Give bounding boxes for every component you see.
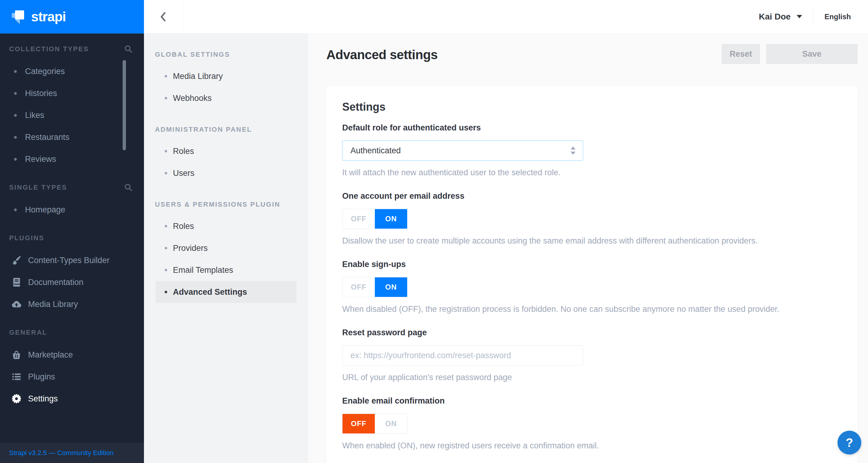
field-helper: URL of your application's reset password… (342, 373, 842, 382)
settings-item-webhooks[interactable]: Webhooks (156, 87, 297, 109)
enable-signups-toggle[interactable]: OFF ON (342, 277, 407, 297)
reset-button[interactable]: Reset (722, 44, 760, 64)
sidebar-item-homepage[interactable]: Homepage (0, 199, 144, 221)
subsection-administration-panel: ADMINISTRATION PANEL Roles Users (144, 125, 308, 184)
sidebar-item-documentation[interactable]: Documentation (0, 271, 144, 293)
header-actions: Reset Save (722, 44, 858, 64)
list-icon (10, 371, 23, 383)
field-one-account: One account per email address OFF ON Dis… (342, 191, 842, 246)
sidebar-item-marketplace[interactable]: Marketplace (0, 344, 144, 366)
section-label: GENERAL (9, 329, 47, 336)
settings-item-media-library[interactable]: Media Library (156, 65, 297, 87)
section-single-types: SINGLE TYPES Homepage (0, 183, 144, 221)
settings-card: Settings Default role for authenticated … (326, 87, 858, 463)
sidebar-scrollbar-thumb[interactable] (123, 60, 126, 150)
subsection-label: ADMINISTRATION PANEL (144, 125, 308, 134)
version-link[interactable]: Strapi v3.2.5 — Community Edition (9, 449, 114, 457)
bullet-icon (14, 158, 17, 161)
card-title: Settings (342, 101, 842, 113)
field-email-confirmation: Enable email confirmation OFF ON When en… (342, 396, 842, 451)
settings-item-admin-users[interactable]: Users (156, 162, 297, 184)
field-helper: Disallow the user to create multiple acc… (342, 236, 842, 246)
content-row: GLOBAL SETTINGS Media Library Webhooks A… (144, 34, 868, 463)
subsection-label: USERS & PERMISSIONS PLUGIN (144, 200, 308, 209)
basket-icon (10, 349, 23, 361)
topbar-divider (813, 10, 813, 23)
main-content: Advanced settings Reset Save Settings De… (308, 34, 868, 463)
brush-icon (10, 254, 23, 266)
field-enable-signups: Enable sign-ups OFF ON When disabled (OF… (342, 260, 842, 314)
toggle-on-option[interactable]: ON (375, 277, 407, 297)
toggle-on-option[interactable]: ON (375, 414, 407, 433)
field-default-role: Default role for authenticated users Aut… (342, 123, 842, 177)
bullet-icon (14, 136, 17, 139)
sidebar-item-media-library[interactable]: Media Library (0, 293, 144, 315)
subsection-users-permissions: USERS & PERMISSIONS PLUGIN Roles Provide… (144, 200, 308, 303)
right-region: Kai Doe English GLOBAL SETTINGS Media Li… (144, 0, 868, 463)
select-value: Authenticated (350, 146, 401, 156)
toggle-off-option[interactable]: OFF (342, 277, 375, 297)
main-sidebar: strapi COLLECTION TYPES Categories Histo… (0, 0, 144, 463)
subsection-global-settings: GLOBAL SETTINGS Media Library Webhooks (144, 50, 308, 109)
main-header: Advanced settings Reset Save (326, 44, 858, 64)
bullet-icon (165, 225, 167, 227)
strapi-admin-app: strapi COLLECTION TYPES Categories Histo… (0, 0, 868, 463)
section-general: GENERAL Marketplace (0, 328, 144, 410)
field-label: Reset password page (342, 328, 842, 337)
strapi-logo-icon (9, 8, 26, 25)
section-label: PLUGINS (9, 234, 44, 242)
bullet-icon (165, 75, 167, 77)
bullet-icon (165, 97, 167, 99)
logo-wordmark: strapi (31, 9, 66, 24)
default-role-select[interactable]: Authenticated (342, 140, 583, 161)
field-label: One account per email address (342, 191, 842, 201)
sidebar-item-plugins[interactable]: Plugins (0, 366, 144, 388)
toggle-on-option[interactable]: ON (375, 209, 407, 229)
bullet-icon (14, 70, 17, 73)
field-reset-password-page: Reset password page URL of your applicat… (342, 328, 842, 382)
section-label: SINGLE TYPES (9, 184, 67, 191)
field-helper: When enabled (ON), new registred users r… (342, 441, 842, 451)
bullet-icon (165, 247, 167, 249)
settings-item-up-roles[interactable]: Roles (156, 215, 297, 237)
field-label: Enable sign-ups (342, 260, 842, 269)
back-button[interactable] (144, 0, 183, 33)
select-arrows-icon (570, 146, 576, 155)
subsection-label: GLOBAL SETTINGS (144, 50, 308, 59)
settings-item-admin-roles[interactable]: Roles (156, 140, 297, 162)
language-selector[interactable]: English (825, 12, 851, 21)
one-account-toggle[interactable]: OFF ON (342, 209, 407, 229)
strapi-logo[interactable]: strapi (0, 0, 144, 34)
user-menu[interactable]: Kai Doe (759, 12, 802, 22)
settings-item-providers[interactable]: Providers (156, 237, 297, 259)
field-helper: It will attach the new authenticated use… (342, 168, 842, 177)
search-icon[interactable] (124, 183, 133, 192)
page-title: Advanced settings (326, 47, 438, 62)
save-button[interactable]: Save (766, 44, 858, 64)
toggle-off-option[interactable]: OFF (342, 209, 375, 229)
sidebar-item-content-types-builder[interactable]: Content-Types Builder (0, 249, 144, 271)
chevron-down-icon (797, 15, 802, 18)
help-button[interactable]: ? (837, 431, 861, 455)
bullet-icon (14, 92, 17, 95)
search-icon[interactable] (124, 44, 133, 54)
reset-password-url-input[interactable] (342, 345, 583, 365)
sidebar-item-settings[interactable]: Settings (0, 388, 144, 410)
field-label: Enable email confirmation (342, 396, 842, 406)
settings-item-advanced-settings[interactable]: Advanced Settings (156, 281, 297, 303)
toggle-off-option[interactable]: OFF (342, 414, 375, 433)
bullet-icon (165, 269, 167, 271)
email-confirmation-toggle[interactable]: OFF ON (342, 414, 407, 434)
bullet-icon (14, 114, 17, 117)
user-name: Kai Doe (759, 12, 790, 22)
field-helper: When disabled (OFF), the registration pr… (342, 304, 842, 314)
settings-item-email-templates[interactable]: Email Templates (156, 259, 297, 281)
chevron-left-icon (157, 11, 169, 23)
sidebar-footer: Strapi v3.2.5 — Community Edition (0, 443, 144, 463)
bullet-icon (14, 208, 17, 211)
topbar: Kai Doe English (144, 0, 868, 34)
cloud-upload-icon (10, 298, 23, 310)
bullet-icon (165, 291, 167, 293)
gear-icon (10, 393, 23, 405)
sidebar-item-reviews[interactable]: Reviews (0, 148, 144, 170)
